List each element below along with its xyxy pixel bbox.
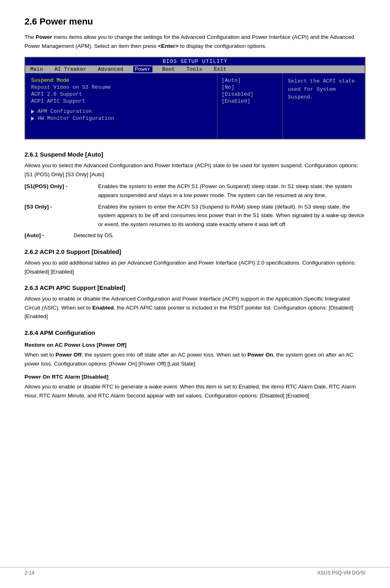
- bios-value-enabled: [Enabled]: [222, 98, 278, 104]
- subsection-rtc-body: Allows you to enable or disable RTC to g…: [25, 382, 365, 400]
- bios-menu-boot: Boot: [161, 66, 177, 72]
- intro-bold-power: Power: [36, 34, 52, 40]
- section-2-6-1-title: 2.6.1 Suspend Mode [Auto]: [25, 151, 365, 158]
- bios-menu-exit: Exit: [212, 66, 228, 72]
- bios-item-suspend-mode: Suspend Mode: [31, 77, 211, 83]
- bios-value-no: [No]: [222, 84, 278, 90]
- bios-item-apm: APM Configuration: [31, 108, 211, 114]
- intro-paragraph: The Power menu items allow you to change…: [25, 33, 365, 50]
- bios-item-acpi-20: ACPI 2.0 Support: [31, 91, 211, 97]
- bios-item-repost-video: Repost Video on S3 Resume: [31, 84, 211, 90]
- subsection-rtc-title: Power On RTC Alarm [Disabled]: [25, 374, 365, 380]
- bios-menu-ai-treaker: AI Treaker: [53, 66, 88, 72]
- bios-value-auto: [Auto]: [222, 77, 278, 83]
- dl-def-s3only: Enables the system to enter the ACPI S3 …: [98, 202, 365, 229]
- page-footer: 2-14 ASUS P5Q-VM DO/SI: [0, 567, 390, 576]
- section-2-6-2: 2.6.2 ACPI 2.0 Support [Disabled] Allows…: [25, 248, 365, 276]
- page-title: 2.6 Power menu: [25, 16, 365, 27]
- subsection-restore-body: When set to Power Off, the system goes i…: [25, 350, 365, 368]
- dl-def-s1pos: Enables the system to enter the ACPI S1 …: [98, 182, 365, 200]
- section-2-6-3-title: 2.6.3 ACPI APIC Support [Enabled]: [25, 284, 365, 291]
- bios-left-panel: Suspend Mode Repost Video on S3 Resume A…: [25, 73, 217, 139]
- dl-s3only: [S3 Only] - Enables the system to enter …: [25, 202, 365, 229]
- bios-right-panel: Select the ACPI state used for System Su…: [283, 73, 365, 139]
- section-2-6-2-body: Allows you to add additional tables as p…: [25, 258, 365, 276]
- section-2-6-1-body: Allows you to select the Advanced Config…: [25, 161, 365, 179]
- bios-item-hw-monitor: HW Monitor Configuration: [31, 115, 211, 121]
- dl-term-auto: [Auto] -: [25, 231, 69, 240]
- dl-auto: [Auto] - Detected by OS.: [25, 231, 365, 240]
- section-2-6-4-title: 2.6.4 APM Configuration: [25, 329, 365, 336]
- dl-term-s1pos: [S1(POS) Only] -: [25, 182, 69, 200]
- bold-power-off: Power Off: [56, 352, 82, 358]
- bios-menu-main: Main: [29, 66, 45, 72]
- bios-menu-tools: Tools: [185, 66, 204, 72]
- footer-page-number: 2-14: [25, 570, 34, 576]
- footer-product-name: ASUS P5Q-VM DO/SI: [317, 570, 365, 576]
- section-2-6-2-title: 2.6.2 ACPI 2.0 Support [Disabled]: [25, 248, 365, 255]
- bios-item-acpi-apic: ACPI APIC Support: [31, 98, 211, 104]
- dl-def-auto: Detected by OS.: [74, 231, 365, 240]
- dl-term-s3only: [S3 Only] -: [25, 202, 69, 229]
- bold-power-on: Power On: [247, 352, 273, 358]
- triangle-icon-apm: [31, 110, 34, 114]
- bios-center-panel: [Auto] [No] [Disabled] [Enabled]: [217, 73, 283, 139]
- triangle-icon-hw: [31, 117, 34, 121]
- bios-menu-advanced: Advanced: [96, 66, 125, 72]
- intro-bold-enter: <Enter>: [158, 43, 178, 49]
- section-2-6-4: 2.6.4 APM Configuration Restore on AC Po…: [25, 329, 365, 400]
- dl-s1pos: [S1(POS) Only] - Enables the system to e…: [25, 182, 365, 200]
- bios-menu-bar: Main AI Treaker Advanced Power Boot Tool…: [25, 65, 365, 73]
- bios-body: Suspend Mode Repost Video on S3 Resume A…: [25, 73, 365, 139]
- bold-enabled: Enabled: [92, 305, 114, 311]
- bios-submenu: APM Configuration HW Monitor Configurati…: [31, 108, 211, 121]
- section-2-6-1: 2.6.1 Suspend Mode [Auto] Allows you to …: [25, 151, 365, 240]
- section-2-6-3: 2.6.3 ACPI APIC Support [Enabled] Allows…: [25, 284, 365, 321]
- bios-menu-power: Power: [133, 66, 152, 72]
- bios-screenshot: BIOS SETUP UTILITY Main AI Treaker Advan…: [25, 57, 365, 139]
- subsection-restore-title: Restore on AC Power Loss [Power Off]: [25, 342, 365, 348]
- bios-title-bar: BIOS SETUP UTILITY: [25, 58, 365, 65]
- bios-value-disabled: [Disabled]: [222, 91, 278, 97]
- section-2-6-3-body: Allows you to enable or disable the Adva…: [25, 294, 365, 321]
